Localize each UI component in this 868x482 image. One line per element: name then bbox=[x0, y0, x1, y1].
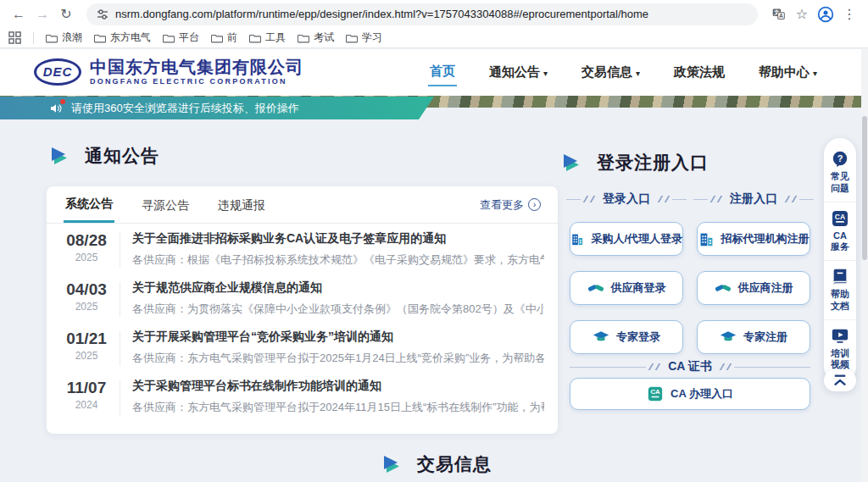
company-logo[interactable]: DEC 中国东方电气集团有限公司 DONGFANG ELECTRIC CORPO… bbox=[34, 58, 303, 86]
graduation-cap-icon bbox=[720, 329, 737, 346]
bookmarks-bar: 浪潮 东方电气 平台 前 工具 考试 学习 bbox=[0, 28, 868, 48]
scrollbar-thumb[interactable] bbox=[862, 116, 867, 260]
bookmark-label: 浪潮 bbox=[62, 30, 82, 45]
bookmark-star-icon[interactable]: ☆ bbox=[792, 4, 812, 25]
bookmark-item[interactable]: 考试 bbox=[298, 30, 334, 45]
ca-entry-button[interactable]: CA CA 办理入口 bbox=[570, 378, 810, 410]
notice-desc: 各供应商：东方电气采购管理平台拟于2025年1月24日上线“竞价采购”业务，为帮… bbox=[132, 351, 544, 366]
graduation-cap-icon bbox=[593, 329, 609, 346]
tab-sourcing-notices[interactable]: 寻源公告 bbox=[140, 188, 191, 222]
ca-service-shortcut[interactable]: CA CA服务 bbox=[824, 202, 856, 261]
site-header: DEC 中国东方电气集团有限公司 DONGFANG ELECTRIC CORPO… bbox=[0, 49, 868, 96]
bookmark-item[interactable]: 前 bbox=[211, 30, 237, 45]
help-docs-shortcut[interactable]: 帮助文档 bbox=[824, 260, 856, 319]
notice-title: 关于采购管理平台标书在线制作功能培训的通知 bbox=[132, 379, 544, 394]
login-section-header: 登录注册入口 bbox=[561, 151, 709, 175]
section-title: 通知公告 bbox=[85, 144, 159, 168]
section-arrow-icon bbox=[49, 147, 71, 165]
section-arrow-icon bbox=[561, 153, 583, 172]
nav-item-help-center[interactable]: 帮助中心 bbox=[757, 59, 819, 86]
notice-title: 关于全面推进非招标采购业务CA认证及电子签章应用的通知 bbox=[132, 231, 544, 247]
supplier-login-button[interactable]: 供应商登录 bbox=[570, 271, 683, 305]
notice-date: 04/03 2025 bbox=[60, 280, 113, 322]
nav-item-notices[interactable]: 通知公告 bbox=[487, 59, 549, 86]
view-more-link[interactable]: 查看更多 bbox=[480, 197, 541, 213]
divider bbox=[120, 233, 120, 268]
notice-title: 关于开展采购管理平台“竞价采购业务”培训的通知 bbox=[132, 330, 544, 345]
folder-icon bbox=[94, 33, 106, 43]
trade-info-section-header: 交易信息 bbox=[381, 452, 492, 476]
register-group-header: 注册入口 bbox=[693, 191, 814, 207]
address-bar[interactable]: nsrm.dongfang.com/platform/runtime/epp/d… bbox=[86, 3, 758, 25]
folder-icon bbox=[298, 33, 309, 43]
translate-icon[interactable]: 文 A bbox=[768, 4, 788, 25]
collapse-up-icon bbox=[832, 374, 848, 387]
folder-icon bbox=[346, 33, 358, 43]
notice-desc: 各供应商：根据《电子招标投标系统技术规范》《电子采购交易规范》要求，东方电气采购… bbox=[132, 252, 544, 268]
collapse-sidebar-button[interactable] bbox=[824, 369, 856, 391]
folder-icon bbox=[211, 33, 223, 43]
nav-item-home[interactable]: 首页 bbox=[428, 58, 457, 86]
notice-date: 08/28 2025 bbox=[60, 231, 113, 273]
divider bbox=[33, 32, 34, 44]
folder-icon bbox=[163, 33, 175, 43]
notice-date: 01/21 2025 bbox=[60, 330, 113, 371]
svg-text:A: A bbox=[779, 13, 783, 19]
bookmark-label: 学习 bbox=[362, 30, 382, 45]
notice-date: 11/07 2024 bbox=[60, 379, 113, 420]
nav-item-policies[interactable]: 政策法规 bbox=[672, 59, 726, 86]
refresh-icon[interactable]: ↻ bbox=[56, 4, 76, 25]
bookmark-item[interactable]: 浪潮 bbox=[46, 30, 82, 45]
faq-shortcut[interactable]: ? 常见问题 bbox=[824, 143, 856, 202]
notice-tabs: 系统公告 寻源公告 违规通报 查看更多 bbox=[47, 186, 558, 224]
handshake-icon bbox=[715, 280, 732, 296]
expert-login-button[interactable]: 专家登录 bbox=[570, 320, 683, 354]
scrollbar[interactable] bbox=[861, 48, 868, 482]
dec-logo-icon: DEC bbox=[34, 58, 81, 86]
tune-icon bbox=[97, 8, 108, 20]
tab-system-notices[interactable]: 系统公告 bbox=[64, 186, 114, 223]
notice-list-item[interactable]: 04/03 2025 关于规范供应商企业规模信息的通知 各供应商：为贯彻落实《保… bbox=[47, 273, 558, 322]
svg-text:CA: CA bbox=[835, 212, 845, 220]
menu-icon[interactable]: ⋮ bbox=[839, 4, 860, 25]
bookmark-item[interactable]: 工具 bbox=[249, 30, 286, 45]
chevron-right-circle-icon bbox=[528, 198, 541, 211]
notice-ticker: 请使用360安全浏览器进行后续投标、报价操作 bbox=[0, 97, 434, 119]
notice-list-item[interactable]: 11/07 2024 关于采购管理平台标书在线制作功能培训的通知 各供应商：东方… bbox=[47, 371, 558, 420]
bookmark-item[interactable]: 平台 bbox=[163, 30, 199, 45]
divider bbox=[120, 380, 120, 415]
divider bbox=[120, 331, 120, 366]
building-icon bbox=[698, 231, 715, 247]
profile-avatar[interactable] bbox=[815, 4, 836, 25]
ca-group-header: CA 证书 bbox=[570, 359, 810, 374]
bookmark-item[interactable]: 学习 bbox=[346, 30, 382, 45]
bookmark-item[interactable]: 东方电气 bbox=[94, 30, 151, 45]
forward-icon[interactable]: → bbox=[32, 4, 53, 25]
svg-text:CA: CA bbox=[650, 388, 660, 396]
apps-grid-icon[interactable] bbox=[8, 31, 21, 44]
bidding-agency-register-button[interactable]: 招标代理机构注册 bbox=[697, 222, 810, 256]
supplier-register-button[interactable]: 供应商注册 bbox=[697, 271, 810, 305]
help-doc-icon bbox=[831, 268, 849, 286]
company-name-cn: 中国东方电气集团有限公司 bbox=[90, 58, 303, 77]
notice-card: 系统公告 寻源公告 违规通报 查看更多 08/28 2025 关于全面推进非招标… bbox=[47, 186, 558, 434]
bookmark-label: 东方电气 bbox=[110, 30, 151, 45]
floating-sidebar: ? 常见问题 CA CA服务 帮助文档 bbox=[824, 138, 856, 383]
purchaser-agent-login-button[interactable]: 采购人/代理人登录 bbox=[570, 222, 683, 256]
company-name-en: DONGFANG ELECTRIC CORPORATION bbox=[90, 77, 303, 86]
view-more-label: 查看更多 bbox=[480, 197, 524, 213]
folder-icon bbox=[46, 33, 58, 43]
divider bbox=[120, 282, 120, 317]
expert-register-button[interactable]: 专家注册 bbox=[697, 320, 810, 354]
notice-list-item[interactable]: 08/28 2025 关于全面推进非招标采购业务CA认证及电子签章应用的通知 各… bbox=[47, 224, 558, 273]
section-title: 登录注册入口 bbox=[597, 151, 709, 175]
notice-list-item[interactable]: 01/21 2025 关于开展采购管理平台“竞价采购业务”培训的通知 各供应商：… bbox=[47, 322, 558, 371]
bookmark-label: 考试 bbox=[314, 30, 334, 45]
main-nav: 首页 通知公告 交易信息 政策法规 帮助中心 bbox=[428, 49, 819, 96]
svg-text:?: ? bbox=[837, 153, 843, 163]
nav-item-trade-info[interactable]: 交易信息 bbox=[580, 59, 642, 86]
back-icon[interactable]: ← bbox=[8, 4, 29, 25]
ca-badge-icon: CA bbox=[647, 385, 664, 402]
ca-badge-icon: CA bbox=[831, 209, 849, 228]
tab-violation-reports[interactable]: 违规通报 bbox=[216, 188, 267, 222]
